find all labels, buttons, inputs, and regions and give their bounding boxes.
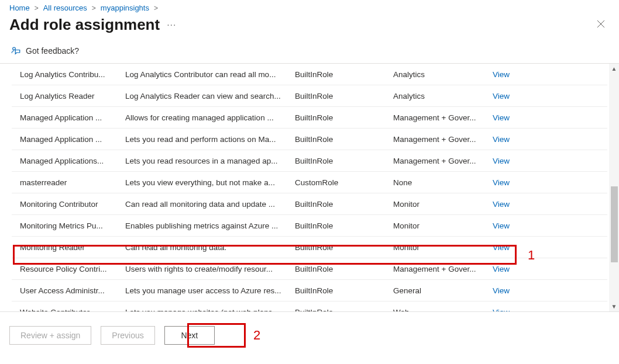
role-type: BuiltInRole (295, 243, 393, 252)
view-link[interactable]: View (493, 92, 534, 100)
role-type: BuiltInRole (295, 221, 393, 230)
role-category: Monitor (393, 221, 493, 230)
page-title: Add role assignment (9, 16, 160, 34)
annotation-2: 2 (253, 328, 260, 343)
role-type: BuiltInRole (295, 157, 393, 165)
footer-bar: Review + assign Previous Next 2 (0, 312, 619, 359)
view-link[interactable]: View (493, 200, 534, 209)
role-name: Managed Application ... (20, 113, 125, 122)
svg-point-2 (13, 47, 16, 50)
view-link[interactable]: View (493, 286, 534, 295)
role-description: Lets you read and perform actions on Ma.… (125, 135, 295, 144)
role-category: Analytics (393, 70, 493, 79)
role-row[interactable]: Log Analytics ReaderLog Analytics Reader… (0, 85, 607, 106)
role-name: Monitoring Reader (20, 243, 125, 252)
role-type: BuiltInRole (295, 92, 393, 100)
view-link[interactable]: View (493, 113, 534, 122)
view-link[interactable]: View (493, 178, 534, 187)
role-row[interactable]: Monitoring ReaderCan read all monitoring… (0, 237, 607, 258)
role-name: Managed Applications... (20, 157, 125, 165)
scrollbar[interactable]: ▲ ▼ (609, 64, 619, 311)
role-description: Log Analytics Reader can view and search… (125, 92, 295, 100)
role-type: BuiltInRole (295, 70, 393, 79)
role-description: Can read all monitoring data and update … (125, 200, 295, 209)
more-menu-icon[interactable]: ··· (167, 20, 176, 30)
role-row[interactable]: User Access Administr...Lets you manage … (0, 280, 607, 301)
role-category: General (393, 286, 493, 295)
feedback-label: Got feedback? (26, 46, 79, 56)
role-type: BuiltInRole (295, 286, 393, 295)
role-row[interactable]: masterreaderLets you view everything, bu… (0, 172, 607, 193)
role-category: None (393, 178, 493, 187)
role-description: Users with rights to create/modify resou… (125, 265, 295, 273)
role-description: Lets you view everything, but not make a… (125, 178, 295, 187)
title-row: Add role assignment ··· (0, 13, 619, 40)
role-name: Managed Application ... (20, 135, 125, 144)
previous-button[interactable]: Previous (101, 326, 154, 345)
role-name: Log Analytics Reader (20, 92, 125, 100)
role-category: Analytics (393, 92, 493, 100)
view-link[interactable]: View (493, 308, 534, 312)
feedback-icon (11, 46, 21, 56)
role-description: Enables publishing metrics against Azure… (125, 221, 295, 230)
role-row[interactable]: Website ContributorLets you manage websi… (0, 301, 607, 311)
review-assign-button[interactable]: Review + assign (9, 326, 91, 345)
role-type: BuiltInRole (295, 135, 393, 144)
role-category: Management + Gover... (393, 113, 493, 122)
role-category: Web (393, 308, 493, 312)
role-type: BuiltInRole (295, 265, 393, 273)
role-type: BuiltInRole (295, 308, 393, 312)
role-description: Can read all monitoring data. (125, 243, 295, 252)
role-description: Lets you manage user access to Azure res… (125, 286, 295, 295)
role-category: Monitor (393, 200, 493, 209)
breadcrumb: Home > All resources > myappinsights > (0, 0, 619, 13)
scroll-thumb[interactable] (611, 186, 618, 262)
role-row[interactable]: Managed Application ...Lets you read and… (0, 129, 607, 150)
role-category: Monitor (393, 243, 493, 252)
role-description: Lets you manage websites (not web plans.… (125, 308, 295, 312)
role-type: BuiltInRole (295, 113, 393, 122)
close-icon[interactable] (592, 16, 610, 33)
role-name: Log Analytics Contribu... (20, 70, 125, 79)
role-row[interactable]: Monitoring ContributorCan read all monit… (0, 193, 607, 214)
role-row[interactable]: Monitoring Metrics Pu...Enables publishi… (0, 215, 607, 236)
breadcrumb-home[interactable]: Home (9, 4, 30, 12)
role-type: CustomRole (295, 178, 393, 187)
role-description: Allows for creating managed application … (125, 113, 295, 122)
scroll-down-icon[interactable]: ▼ (609, 301, 619, 311)
role-row[interactable]: Managed Application ...Allows for creati… (0, 107, 607, 128)
role-name: User Access Administr... (20, 286, 125, 295)
role-description: Log Analytics Contributor can read all m… (125, 70, 295, 79)
view-link[interactable]: View (493, 243, 534, 252)
role-name: Monitoring Contributor (20, 200, 125, 209)
role-category: Management + Gover... (393, 135, 493, 144)
breadcrumb-sep: > (154, 4, 158, 12)
breadcrumb-sep: > (92, 4, 96, 12)
role-name: Monitoring Metrics Pu... (20, 221, 125, 230)
role-row[interactable]: Resource Policy Contri...Users with righ… (0, 258, 607, 279)
view-link[interactable]: View (493, 70, 534, 79)
feedback-row[interactable]: Got feedback? (0, 40, 619, 63)
role-description: Lets you read resources in a managed ap.… (125, 157, 295, 165)
roles-list-area: Log Analytics Contribu...Log Analytics C… (0, 64, 619, 312)
breadcrumb-resource[interactable]: myappinsights (101, 4, 149, 12)
breadcrumb-sep: > (35, 4, 39, 12)
breadcrumb-all-resources[interactable]: All resources (43, 4, 87, 12)
role-name: masterreader (20, 178, 125, 187)
role-row[interactable]: Log Analytics Contribu...Log Analytics C… (0, 64, 607, 85)
role-name: Resource Policy Contri... (20, 265, 125, 273)
next-button[interactable]: Next (164, 326, 215, 345)
role-row[interactable]: Managed Applications...Lets you read res… (0, 150, 607, 171)
view-link[interactable]: View (493, 135, 534, 144)
view-link[interactable]: View (493, 265, 534, 273)
role-category: Management + Gover... (393, 265, 493, 273)
role-category: Management + Gover... (393, 157, 493, 165)
role-type: BuiltInRole (295, 200, 393, 209)
scroll-up-icon[interactable]: ▲ (609, 64, 619, 74)
roles-table-body: Log Analytics Contribu...Log Analytics C… (0, 64, 607, 311)
view-link[interactable]: View (493, 157, 534, 165)
view-link[interactable]: View (493, 221, 534, 230)
role-name: Website Contributor (20, 308, 125, 312)
